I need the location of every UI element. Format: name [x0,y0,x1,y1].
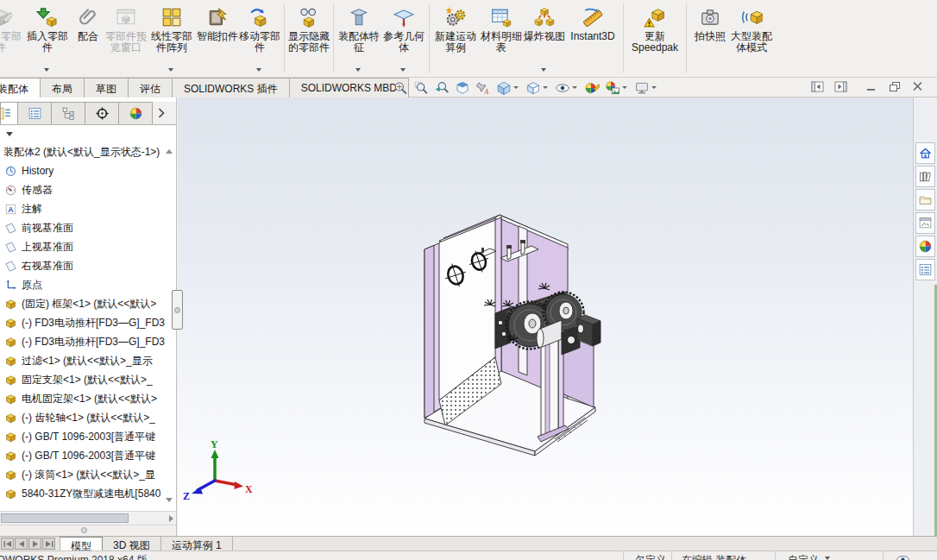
dropdown-arrow-icon[interactable] [256,68,261,72]
dropdown-arrow-icon[interactable] [825,557,830,560]
tree-item[interactable]: (-) 滚筒<1> (默认<<默认>_显 [0,465,176,484]
ribbon-button-insert-component[interactable]: 插入零部件 [24,0,71,76]
zoom-to-area-button[interactable] [411,79,431,97]
ribbon-button-show-hidden-components[interactable]: 显示隐藏的零部件 [287,0,330,76]
ribbon-button-instant3d[interactable]: Instant3D [565,0,620,76]
tree-item[interactable]: 传感器 [0,180,176,199]
tree-item[interactable]: 过滤<1> (默认<<默认>_显示 [0,351,176,370]
tab-layout[interactable]: 布局 [40,78,85,98]
tree-item[interactable]: 5840-31ZY微型减速电机[5840 [0,484,176,503]
dropdown-arrow-icon[interactable] [541,68,546,72]
panel-splitter-handle[interactable] [81,527,87,533]
collapse-pane-left-button[interactable] [810,80,825,92]
dropdown-arrow-icon[interactable] [355,68,361,72]
tab-assembly[interactable]: 装配体 [0,78,41,98]
tree-item[interactable]: (-) GB/T 1096-2003[普通平键 [0,446,176,465]
tree-item[interactable]: (-) FD3电动推杆[FD3—G]_FD3 [0,313,176,332]
ribbon-button-reference-geometry[interactable]: 参考几何体 [381,0,426,76]
pane-left-icon [811,81,824,92]
scrollbar-thumb[interactable] [1,513,129,523]
tree-item[interactable]: 右视基准面 [0,256,176,275]
section-view-button[interactable] [452,79,473,97]
task-pane-resources-button[interactable] [915,142,935,164]
tab-sketch[interactable]: 草图 [84,78,129,98]
dropdown-arrow-icon[interactable] [400,68,406,72]
sensors-icon [4,184,17,197]
tree-scroll-down-icon[interactable] [166,498,173,502]
tree-item[interactable]: 注解 [0,199,176,218]
component-preview-icon [115,6,137,28]
view-orientation-button[interactable] [494,79,523,97]
custom-dropdown[interactable]: 自定义 [788,553,819,560]
filter-dropdown-icon[interactable] [6,132,13,136]
hide-show-items-button[interactable] [552,79,582,97]
ribbon-button-edit-component[interactable]: 编辑零部件 [0,0,24,76]
ribbon-button-new-motion-study[interactable]: 新建运动算例 [432,0,479,76]
tree-item[interactable]: (固定) 框架<1> (默认<<默认> [0,294,176,313]
ribbon-button-component-preview[interactable]: 零部件预览窗口 [105,0,147,76]
tab-solidworks-addins[interactable]: SOLIDWORKS 插件 [172,78,290,98]
dropdown-arrow-icon[interactable] [168,68,173,72]
apply-scene-button[interactable] [602,79,632,97]
tree-scroll-up-icon[interactable] [166,149,173,154]
ribbon-button-assembly-features[interactable]: 装配体特征 [336,0,381,76]
tab-display-manager[interactable] [118,102,153,124]
tab-model[interactable]: 模型 [60,537,103,551]
graphics-viewport[interactable]: Y X Z [178,98,913,536]
ribbon-button-linear-pattern[interactable]: 线性零部件阵列 [147,0,197,76]
task-pane-appearances-button[interactable] [915,236,935,257]
display-style-button[interactable] [523,79,552,97]
previous-view-button[interactable] [431,79,452,97]
ribbon-button-smart-fasteners[interactable]: 智能扣件 [197,0,238,76]
tab-evaluate[interactable]: 评估 [128,78,173,98]
next-tab-button[interactable] [28,538,41,550]
collapse-pane-right-button[interactable] [833,80,848,92]
ribbon-button-mate[interactable]: 配合 [71,0,105,76]
scroll-right-icon[interactable] [169,515,173,522]
tree-item[interactable]: (-) GB/T 1096-2003[普通平键 [0,427,176,446]
tree-item[interactable]: 前视基准面 [0,218,176,237]
tree-horizontal-scrollbar[interactable] [0,511,176,525]
zoom-to-fit-button[interactable] [390,79,411,97]
dropdown-arrow-icon[interactable] [44,68,49,72]
tree-item[interactable]: 原点 [0,275,176,294]
task-pane-view-palette-button[interactable] [915,212,935,234]
assembly-3d-model[interactable] [178,98,913,536]
task-pane-design-library-button[interactable] [915,166,935,187]
panel-tab-overflow-button[interactable] [152,102,171,124]
tab-dimxpert-manager[interactable] [85,102,119,124]
view-settings-button[interactable] [632,79,661,97]
close-button[interactable] [910,80,925,92]
tab-configuration-manager[interactable] [51,102,85,124]
tab-motion-study-1[interactable]: 运动算例 1 [161,537,233,551]
viewport-splitter-handle[interactable] [172,290,183,330]
tree-item[interactable]: (-) FD3电动推杆[FD3—G]_FD3 [0,332,176,351]
task-pane-file-explorer-button[interactable] [915,189,935,211]
view-annotations-button[interactable] [473,79,494,97]
quick-view-eye-icon[interactable] [896,552,910,560]
tab-feature-manager[interactable] [0,102,18,124]
tree-item[interactable]: History [0,161,176,180]
tree-item-root[interactable]: 装配体2 (默认<默认_显示状态-1>) [0,142,176,161]
ribbon-button-exploded-view[interactable]: 爆炸视图 [524,0,565,76]
tree-item[interactable]: 电机固定架<1> (默认<<默认> [0,389,176,408]
tree-item[interactable]: 固定支架<1> (默认<<默认>_ [0,370,176,389]
edit-appearance-button[interactable] [582,79,602,97]
ribbon-button-move-component[interactable]: 移动零部件 [238,0,281,76]
tree-item[interactable]: (-) 齿轮轴<1> (默认<<默认>_ [0,408,176,427]
tab-property-manager[interactable] [17,102,52,124]
tab-3d-views[interactable]: 3D 视图 [103,537,161,551]
part-icon [4,298,17,311]
first-tab-button[interactable] [1,538,14,550]
minimize-button[interactable] [864,80,878,92]
restore-button[interactable] [887,80,902,92]
task-pane-custom-properties-button[interactable] [915,259,935,280]
ribbon-button-update-speedpak[interactable]: 更新 Speedpak [626,0,683,76]
last-tab-button[interactable] [42,538,55,550]
tree-item[interactable]: 上视基准面 [0,237,176,256]
ribbon-button-large-assembly-mode[interactable]: 大型装配体模式 [731,0,772,76]
ribbon-button-bill-of-materials[interactable]: 材料明细表 [479,0,524,76]
assembly-features-icon [348,6,370,28]
ribbon-button-take-snapshot[interactable]: 拍快照 [689,0,731,76]
previous-tab-button[interactable] [15,538,28,550]
